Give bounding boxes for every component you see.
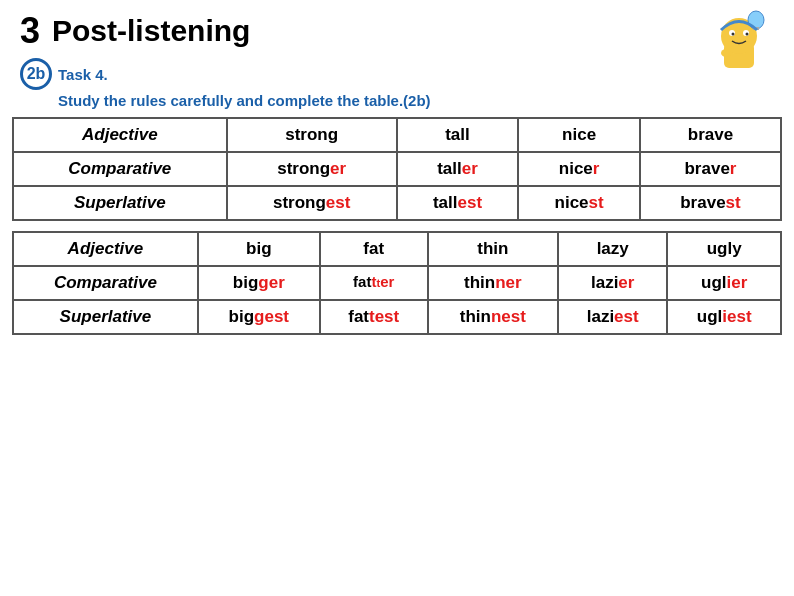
table-1: Adjective strong tall nice brave Compara… bbox=[12, 117, 782, 221]
cell-nicest: nicest bbox=[518, 186, 640, 220]
cell-ugliest: ugliest bbox=[667, 300, 781, 334]
mascot-icon bbox=[704, 8, 774, 78]
cell-stronger: stronger bbox=[227, 152, 397, 186]
task-label: Task 4. bbox=[58, 66, 108, 83]
header-ugly: ugly bbox=[667, 232, 781, 266]
cell-nicer: nicer bbox=[518, 152, 640, 186]
table-row: Comparative stronger taller nicer braver bbox=[13, 152, 781, 186]
header-strong: strong bbox=[227, 118, 397, 152]
cell-fatter: fattter bbox=[320, 266, 428, 300]
cell-strongest: strongest bbox=[227, 186, 397, 220]
header-nice: nice bbox=[518, 118, 640, 152]
cell-bravest: bravest bbox=[640, 186, 781, 220]
table-row: Adjective big fat thin lazy ugly bbox=[13, 232, 781, 266]
header-adjective2: Adjective bbox=[13, 232, 198, 266]
instruction-text: Study the rules carefully and complete t… bbox=[0, 92, 794, 117]
header-fat: fat bbox=[320, 232, 428, 266]
header-thin: thin bbox=[428, 232, 558, 266]
cell-uglier: uglier bbox=[667, 266, 781, 300]
svg-point-4 bbox=[732, 33, 735, 36]
cell-fattest: fattest bbox=[320, 300, 428, 334]
header-big: big bbox=[198, 232, 320, 266]
step-number: 3 bbox=[20, 10, 40, 52]
circle-2b: 2b bbox=[20, 58, 52, 90]
header-lazy: lazy bbox=[558, 232, 667, 266]
cell-biggest: biggest bbox=[198, 300, 320, 334]
cell-bigger: bigger bbox=[198, 266, 320, 300]
label-comparative: Comparative bbox=[13, 152, 227, 186]
table-2: Adjective big fat thin lazy ugly Compara… bbox=[12, 231, 782, 335]
svg-point-8 bbox=[721, 49, 731, 57]
header: 3 Post-listening bbox=[0, 0, 794, 56]
header-tall: tall bbox=[397, 118, 519, 152]
tables-wrapper: Adjective strong tall nice brave Compara… bbox=[0, 117, 794, 335]
label-superlative2: Superlative bbox=[13, 300, 198, 334]
cell-tallest: tallest bbox=[397, 186, 519, 220]
cell-taller: taller bbox=[397, 152, 519, 186]
table-row: Superlative biggest fattest thinnest laz… bbox=[13, 300, 781, 334]
table-row: Comparative bigger fattter thinner lazie… bbox=[13, 266, 781, 300]
cell-laziest: laziest bbox=[558, 300, 667, 334]
header-adjective: Adjective bbox=[13, 118, 227, 152]
cell-lazier: lazier bbox=[558, 266, 667, 300]
task-label-row: 2b Task 4. bbox=[0, 56, 794, 92]
table-row: Superlative strongest tallest nicest bra… bbox=[13, 186, 781, 220]
header-brave: brave bbox=[640, 118, 781, 152]
cell-braver: braver bbox=[640, 152, 781, 186]
table-row: Adjective strong tall nice brave bbox=[13, 118, 781, 152]
cell-thinnest: thinnest bbox=[428, 300, 558, 334]
label-superlative: Superlative bbox=[13, 186, 227, 220]
cell-thinner: thinner bbox=[428, 266, 558, 300]
svg-point-5 bbox=[746, 33, 749, 36]
page-title: Post-listening bbox=[52, 14, 250, 48]
label-comparative2: Comparative bbox=[13, 266, 198, 300]
